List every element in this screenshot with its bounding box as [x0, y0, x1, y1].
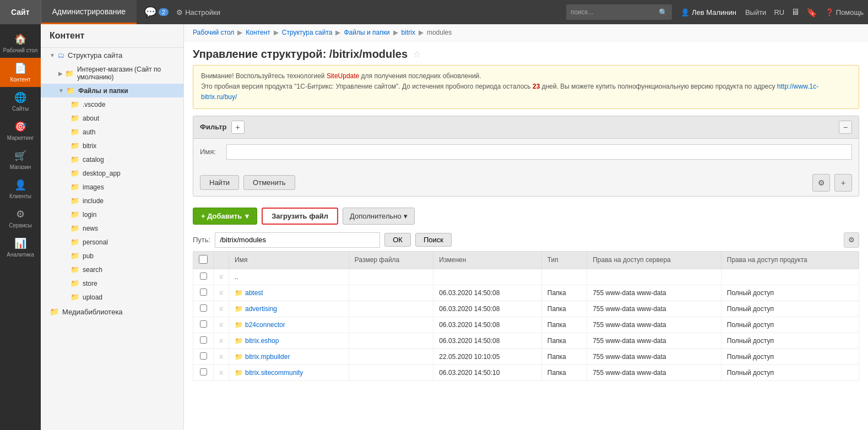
- bc-files[interactable]: Файлы и папки: [344, 29, 389, 36]
- structure-label: Структура сайта: [68, 51, 122, 59]
- th-product-access[interactable]: Права на доступ продукта: [721, 251, 859, 269]
- settings-btn[interactable]: ⚙ Настройки: [176, 8, 220, 17]
- bc-content[interactable]: Контент: [246, 29, 270, 36]
- nav-file-bitrix[interactable]: 📁bitrix: [41, 139, 183, 153]
- file-link[interactable]: bitrix.sitecommunity: [245, 369, 303, 377]
- structure-icon: 🗂: [57, 51, 64, 59]
- alert-link1[interactable]: SiteUpdate: [327, 72, 359, 80]
- folder-icon: 📁: [65, 69, 74, 78]
- folder-icon: 📁: [70, 114, 79, 122]
- nav-file-news[interactable]: 📁news: [41, 221, 183, 235]
- nav-item-files-folders[interactable]: ▼ 📁 Файлы и папки: [41, 84, 183, 97]
- sidebar-item-shop[interactable]: 🛒 Магазин: [0, 145, 41, 175]
- file-label: store: [83, 280, 97, 287]
- sidebar-item-clients[interactable]: 👤 Клиенты: [0, 175, 41, 204]
- nav-file-store[interactable]: 📁store: [41, 276, 183, 290]
- add-btn[interactable]: + Добавить ▾: [193, 208, 257, 225]
- nav-file-personal[interactable]: 📁personal: [41, 235, 183, 249]
- row-checkbox[interactable]: [200, 336, 207, 344]
- row-drag[interactable]: ≡: [214, 349, 229, 364]
- row-drag[interactable]: ≡: [214, 317, 229, 333]
- row-checkbox[interactable]: [200, 289, 207, 296]
- path-input[interactable]: [215, 232, 380, 248]
- nav-item-internet-shop[interactable]: ▶ 📁 Интернет-магазин (Сайт по умолчанию): [41, 63, 183, 84]
- row-drag[interactable]: ≡: [214, 333, 229, 349]
- th-type[interactable]: Тип: [541, 251, 587, 269]
- row-server-access: 755 www-data www-data: [587, 333, 721, 349]
- nav-file-catalog[interactable]: 📁catalog: [41, 153, 183, 166]
- th-modified[interactable]: Изменен: [433, 251, 541, 269]
- sidebar-item-marketing[interactable]: 🎯 Маркетинг: [0, 116, 41, 145]
- folder-icon: 📁: [70, 155, 79, 164]
- search-input[interactable]: [571, 8, 659, 16]
- row-drag[interactable]: ≡: [214, 301, 229, 317]
- sidebar-item-analytics[interactable]: 📊 Аналитика: [0, 233, 41, 262]
- file-link[interactable]: advertising: [245, 305, 277, 313]
- filter-name-input[interactable]: [226, 144, 852, 160]
- nav-file-auth[interactable]: 📁auth: [41, 125, 183, 139]
- cancel-btn[interactable]: Отменить: [243, 175, 295, 190]
- upload-btn[interactable]: Загрузить файл: [262, 208, 338, 225]
- lang-btn[interactable]: RU: [774, 8, 784, 17]
- file-link[interactable]: bitrix.eshop: [245, 337, 279, 345]
- filter-add-btn[interactable]: +: [834, 174, 852, 192]
- sidebar-item-content[interactable]: 📄 Контент: [0, 58, 41, 87]
- nav-file-pub[interactable]: 📁pub: [41, 249, 183, 263]
- nav-file-vscode[interactable]: 📁.vscode: [41, 97, 183, 111]
- th-size[interactable]: Размер файла: [349, 251, 433, 269]
- nav-sidebar: Контент ▼ 🗂 Структура сайта ▶ 📁 Интернет…: [41, 24, 184, 430]
- site-tab[interactable]: Сайт: [0, 0, 41, 24]
- row-drag[interactable]: ≡: [214, 285, 229, 301]
- row-checkbox[interactable]: [200, 368, 207, 375]
- filter-plus-btn[interactable]: +: [231, 121, 245, 134]
- file-link[interactable]: abtest: [245, 289, 263, 297]
- file-link[interactable]: bitrix.mpbuilder: [245, 353, 290, 361]
- messages-btn[interactable]: 💬 2: [144, 6, 169, 18]
- path-gear-btn[interactable]: ⚙: [844, 232, 859, 248]
- filter-minus-btn[interactable]: −: [839, 121, 852, 134]
- nav-file-upload[interactable]: 📁upload: [41, 290, 183, 304]
- file-link[interactable]: b24connector: [245, 321, 285, 329]
- nav-file-desktop_app[interactable]: 📁desktop_app: [41, 166, 183, 180]
- nav-file-search[interactable]: 📁search: [41, 263, 183, 276]
- nav-file-include[interactable]: 📁include: [41, 194, 183, 208]
- icon-sidebar: 🏠 Рабочий стол 📄 Контент 🌐 Сайты 🎯 Марке…: [0, 24, 41, 430]
- more-btn[interactable]: Дополнительно ▾: [343, 208, 415, 225]
- row-checkbox[interactable]: [200, 273, 207, 280]
- search-path-btn[interactable]: Поиск: [415, 233, 452, 247]
- alert-box: Внимание! Воспользуйтесь технологией Sit…: [193, 65, 859, 109]
- folder-icon: 📁: [235, 353, 243, 361]
- sidebar-item-sites[interactable]: 🌐 Сайты: [0, 87, 41, 116]
- row-drag[interactable]: ≡: [214, 269, 229, 285]
- bc-structure[interactable]: Структура сайта: [282, 29, 333, 36]
- services-icon: ⚙: [16, 208, 25, 220]
- bc-workdesk[interactable]: Рабочий стол: [193, 29, 234, 36]
- nav-file-login[interactable]: 📁login: [41, 208, 183, 221]
- logout-btn[interactable]: Выйти: [745, 8, 767, 17]
- row-drag[interactable]: ≡: [214, 364, 229, 380]
- ok-btn[interactable]: ОК: [384, 233, 411, 247]
- sidebar-item-workdesk[interactable]: 🏠 Рабочий стол: [0, 29, 41, 58]
- th-server-access[interactable]: Права на доступ сервера: [587, 251, 721, 269]
- nav-file-about[interactable]: 📁about: [41, 111, 183, 125]
- folder2-icon: 📁: [66, 86, 75, 95]
- row-size: [349, 349, 433, 364]
- star-icon[interactable]: ☆: [413, 49, 421, 59]
- admin-tab[interactable]: Администрирование: [41, 0, 137, 24]
- bc-bitrix[interactable]: bitrix: [402, 29, 415, 36]
- nav-item-media[interactable]: 📁 Медиабиблиотека: [41, 304, 183, 319]
- row-checkbox[interactable]: [200, 352, 207, 360]
- nav-item-structure[interactable]: ▼ 🗂 Структура сайта: [41, 48, 183, 63]
- row-size: [349, 317, 433, 333]
- row-checkbox[interactable]: [200, 320, 207, 328]
- toolbar: + Добавить ▾ Загрузить файл Дополнительн…: [184, 203, 868, 229]
- row-checkbox[interactable]: [200, 304, 207, 312]
- select-all-checkbox[interactable]: [199, 255, 208, 264]
- breadcrumb: Рабочий стол ▶ Контент ▶ Структура сайта…: [184, 24, 868, 41]
- filter-gear-btn[interactable]: ⚙: [812, 174, 830, 192]
- sidebar-item-services[interactable]: ⚙ Сервисы: [0, 204, 41, 233]
- th-name[interactable]: Имя: [229, 251, 349, 269]
- find-btn[interactable]: Найти: [200, 175, 239, 190]
- help-btn[interactable]: ❓ Помощь: [825, 8, 864, 17]
- nav-file-images[interactable]: 📁images: [41, 180, 183, 194]
